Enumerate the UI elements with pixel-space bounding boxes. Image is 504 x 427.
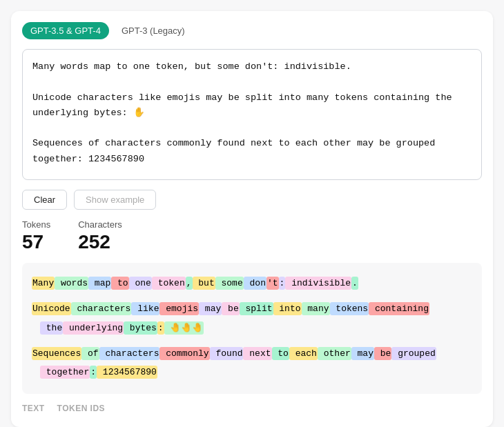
token: together (40, 366, 90, 379)
token: map (88, 277, 111, 290)
token: be (222, 302, 239, 315)
tab-gpt4[interactable]: GPT-3.5 & GPT-4 (22, 22, 109, 39)
characters-value: 252 (78, 231, 122, 253)
tab-text[interactable]: TEXT (22, 404, 45, 416)
token: split (240, 302, 273, 315)
token: : (90, 366, 97, 379)
show-example-button[interactable]: Show example (74, 190, 156, 210)
token: to (111, 277, 128, 290)
main-container: GPT-3.5 & GPT-4 GPT-3 (Legacy) Clear Sho… (11, 11, 493, 427)
token: but (193, 277, 215, 290)
token: : (279, 277, 286, 290)
token: found (210, 347, 244, 360)
tokens-stat: Tokens 57 (22, 219, 50, 253)
tab-bar: GPT-3.5 & GPT-4 GPT-3 (Legacy) (22, 22, 482, 39)
token: Unicode (32, 302, 71, 315)
token: bytes (124, 321, 157, 335)
token: 1234567890 (97, 366, 157, 379)
token-display: Many words map to one token, but some do… (22, 263, 482, 394)
token: 🤚🤚🤚 (164, 321, 204, 335)
token: to (272, 347, 289, 360)
text-input[interactable] (22, 49, 482, 180)
stats-row: Tokens 57 Characters 252 (22, 219, 482, 253)
token: grouped (391, 347, 436, 360)
tab-token-ids[interactable]: TOKEN IDS (57, 404, 105, 416)
token: don (244, 277, 266, 290)
token: each (289, 347, 318, 360)
clear-button[interactable]: Clear (22, 190, 67, 210)
tokens-label: Tokens (22, 219, 50, 230)
token: of (81, 347, 99, 360)
token: : (157, 321, 164, 335)
token: underlying (63, 321, 124, 335)
token: some (215, 277, 244, 290)
tab-gpt3-legacy[interactable]: GPT-3 (Legacy) (113, 22, 193, 39)
token: words (55, 277, 88, 290)
token: one (129, 277, 152, 290)
characters-label: Characters (78, 219, 122, 230)
button-row: Clear Show example (22, 190, 482, 210)
token: many (302, 302, 330, 315)
token: token (152, 277, 186, 290)
token: 't (266, 277, 279, 290)
token: into (273, 302, 302, 315)
token: next (243, 347, 271, 360)
token: be (374, 347, 391, 360)
characters-stat: Characters 252 (78, 219, 122, 253)
token: . (351, 277, 358, 290)
token: may (199, 302, 222, 315)
token: Many (32, 277, 55, 290)
tokens-value: 57 (22, 231, 50, 253)
bottom-tab-row: TEXT TOKEN IDS (22, 399, 482, 416)
token: characters (99, 347, 160, 360)
token: emojis (159, 302, 199, 315)
token: characters (71, 302, 132, 315)
token: tokens (330, 302, 369, 315)
token: containing (369, 302, 429, 315)
token: like (131, 302, 159, 315)
token: indivisible (285, 277, 351, 290)
token: commonly (159, 347, 209, 360)
token: may (351, 347, 374, 360)
token: the (40, 321, 63, 335)
token: , (186, 277, 193, 290)
token: other (318, 347, 351, 360)
token: Sequences (32, 347, 81, 360)
